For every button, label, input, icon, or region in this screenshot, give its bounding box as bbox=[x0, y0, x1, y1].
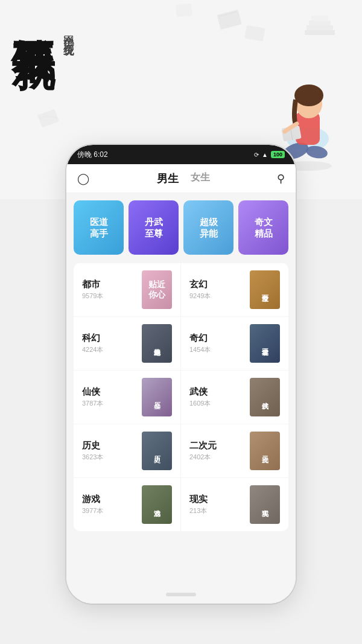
category-count-qihuan: 1454本 bbox=[189, 345, 211, 354]
screen-rotate-icon: ⟳ bbox=[254, 151, 259, 158]
thumb-dushi: 贴近你心 bbox=[142, 270, 172, 309]
battery-indicator: 100 bbox=[271, 151, 285, 158]
category-item-wuxia[interactable]: 武侠 1609本 武侠 bbox=[181, 371, 288, 424]
user-icon[interactable]: ◯ bbox=[77, 172, 89, 185]
category-row-4: 历史 3623本 历史 二次元 2402本 二次元 bbox=[74, 424, 288, 478]
category-name-dushi: 都市 bbox=[82, 279, 103, 290]
banner-grid: 医道高手 丹武至尊 超级异能 奇文精品 bbox=[74, 200, 288, 255]
thumb-xianshi: 现实 bbox=[250, 485, 280, 524]
category-item-qihuan[interactable]: 奇幻 1454本 逆世王者 bbox=[181, 317, 288, 370]
thumb-img-xuanhuan: 万世帝主 bbox=[250, 270, 280, 309]
category-item-xianshi[interactable]: 现实 213本 现实 bbox=[181, 478, 288, 531]
thumb-xuanhuan: 万世帝主 bbox=[250, 270, 280, 309]
category-info-dushi: 都市 9579本 bbox=[82, 279, 103, 301]
category-count-youxi: 3977本 bbox=[82, 506, 103, 515]
status-icons: ⟳ ▲ 100 bbox=[254, 151, 285, 158]
category-info-wuxia: 武侠 1609本 bbox=[189, 386, 211, 408]
category-name-xuanhuan: 玄幻 bbox=[189, 279, 211, 290]
thumb-img-qihuan: 逆世王者 bbox=[250, 324, 280, 363]
thumb-img-erciyuan: 二次元 bbox=[250, 432, 280, 470]
banner-label-1: 医道高手 bbox=[90, 216, 108, 240]
category-item-xianxia[interactable]: 仙侠 3787本 厄金 bbox=[74, 371, 181, 424]
category-count-xianshi: 213本 bbox=[189, 506, 208, 515]
category-count-erciyuan: 2402本 bbox=[189, 453, 217, 462]
thumb-xianxia: 厄金 bbox=[142, 378, 172, 416]
thumb-img-kehuan: 超士基地 bbox=[142, 324, 172, 363]
category-count-kehuan: 4224本 bbox=[82, 345, 103, 354]
phone-screen: 傍晚 6:02 ⟳ ▲ 100 ◯ 男生 女生 ⚲ 医道高手 bbox=[66, 145, 296, 604]
thumb-lishi: 历史 bbox=[142, 432, 172, 470]
thumb-qihuan: 逆世王者 bbox=[250, 324, 280, 363]
category-name-qihuan: 奇幻 bbox=[189, 333, 211, 344]
status-bar: 傍晚 6:02 ⟳ ▲ 100 bbox=[66, 145, 296, 164]
thumb-youxi: 游戏 bbox=[142, 485, 172, 524]
category-info-lishi: 历史 3623本 bbox=[82, 440, 103, 462]
category-name-youxi: 游戏 bbox=[82, 494, 103, 505]
category-count-xianxia: 3787本 bbox=[82, 399, 103, 408]
category-count-xuanhuan: 9249本 bbox=[189, 292, 211, 301]
category-item-lishi[interactable]: 历史 3623本 历史 bbox=[74, 424, 181, 477]
category-info-qihuan: 奇幻 1454本 bbox=[189, 333, 211, 354]
banner-label-4: 奇文精品 bbox=[255, 216, 273, 240]
thumb-erciyuan: 二次元 bbox=[250, 432, 280, 470]
category-item-kehuan[interactable]: 科幻 4224本 超士基地 bbox=[74, 317, 181, 370]
hero-section: 就不要钱 全网小说 统统免费 bbox=[12, 12, 77, 36]
category-name-kehuan: 科幻 bbox=[82, 333, 103, 344]
phone-frame: 傍晚 6:02 ⟳ ▲ 100 ◯ 男生 女生 ⚲ 医道高手 bbox=[66, 145, 296, 604]
thumb-img-lishi: 历史 bbox=[142, 432, 172, 470]
thumb-img-xianxia: 厄金 bbox=[142, 378, 172, 416]
content-area[interactable]: 医道高手 丹武至尊 超级异能 奇文精品 都市 bbox=[66, 193, 296, 604]
category-name-xianshi: 现实 bbox=[189, 494, 208, 505]
banner-label-2: 丹武至尊 bbox=[145, 216, 163, 240]
status-time: 傍晚 6:02 bbox=[77, 150, 108, 160]
banner-card-3[interactable]: 超级异能 bbox=[183, 200, 233, 255]
thumb-img-dushi: 贴近你心 bbox=[142, 270, 172, 309]
thumb-img-youxi: 游戏 bbox=[142, 485, 172, 524]
top-nav: ◯ 男生 女生 ⚲ bbox=[66, 164, 296, 193]
category-info-kehuan: 科幻 4224本 bbox=[82, 333, 103, 354]
category-item-xuanhuan[interactable]: 玄幻 9249本 万世帝主 bbox=[181, 263, 288, 316]
tab-male[interactable]: 男生 bbox=[157, 171, 179, 186]
phone-home-button[interactable] bbox=[166, 593, 196, 596]
category-name-lishi: 历史 bbox=[82, 440, 103, 451]
category-item-youxi[interactable]: 游戏 3977本 游戏 bbox=[74, 478, 181, 531]
category-name-erciyuan: 二次元 bbox=[189, 440, 217, 451]
thumb-img-xianshi: 现实 bbox=[250, 485, 280, 524]
category-count-lishi: 3623本 bbox=[82, 453, 103, 462]
category-row-5: 游戏 3977本 游戏 现实 213本 现实 bbox=[74, 478, 288, 531]
category-row-2: 科幻 4224本 超士基地 奇幻 1454本 逆世王者 bbox=[74, 317, 288, 371]
banner-card-4[interactable]: 奇文精品 bbox=[238, 200, 288, 255]
thumb-wuxia: 武侠 bbox=[250, 378, 280, 416]
category-name-wuxia: 武侠 bbox=[189, 386, 211, 398]
nav-tabs: 男生 女生 bbox=[157, 171, 210, 186]
tab-female[interactable]: 女生 bbox=[191, 171, 210, 186]
category-list: 都市 9579本 贴近你心 玄幻 9249本 万世帝主 bbox=[74, 263, 288, 531]
banner-card-2[interactable]: 丹武至尊 bbox=[129, 200, 179, 255]
category-count-wuxia: 1609本 bbox=[189, 399, 211, 408]
category-info-xianshi: 现实 213本 bbox=[189, 494, 208, 515]
thumb-kehuan: 超士基地 bbox=[142, 324, 172, 363]
category-row-3: 仙侠 3787本 厄金 武侠 1609本 武侠 bbox=[74, 371, 288, 424]
category-item-dushi[interactable]: 都市 9579本 贴近你心 bbox=[74, 263, 181, 316]
category-info-xuanhuan: 玄幻 9249本 bbox=[189, 279, 211, 301]
category-name-xianxia: 仙侠 bbox=[82, 386, 103, 398]
search-icon[interactable]: ⚲ bbox=[277, 172, 285, 185]
banner-label-3: 超级异能 bbox=[200, 216, 218, 240]
thumb-img-wuxia: 武侠 bbox=[250, 378, 280, 416]
category-row-1: 都市 9579本 贴近你心 玄幻 9249本 万世帝主 bbox=[74, 263, 288, 317]
wifi-icon: ▲ bbox=[262, 151, 268, 158]
banner-card-1[interactable]: 医道高手 bbox=[74, 200, 124, 255]
svg-point-9 bbox=[294, 84, 323, 106]
category-info-youxi: 游戏 3977本 bbox=[82, 494, 103, 515]
category-info-erciyuan: 二次元 2402本 bbox=[189, 440, 217, 462]
category-info-xianxia: 仙侠 3787本 bbox=[82, 386, 103, 408]
category-item-erciyuan[interactable]: 二次元 2402本 二次元 bbox=[181, 424, 288, 477]
category-count-dushi: 9579本 bbox=[82, 292, 103, 301]
